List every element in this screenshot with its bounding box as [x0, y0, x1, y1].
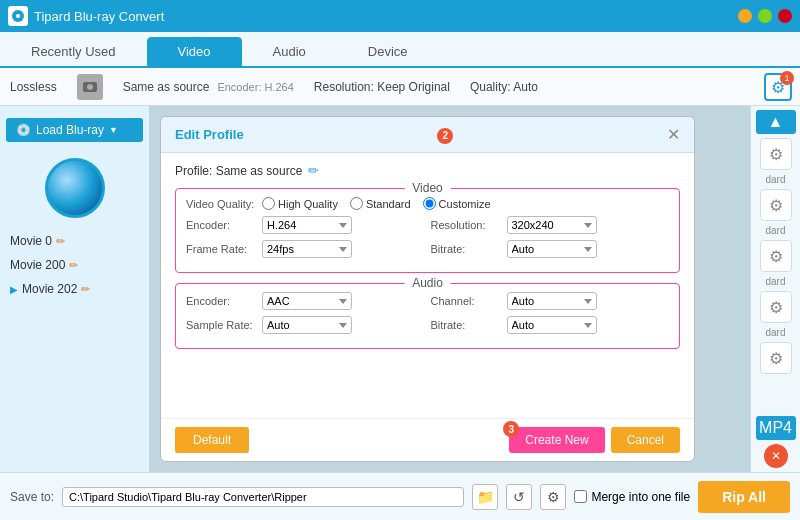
samplerate-bitrate-row: Sample Rate: Auto Bitrate: Auto — [186, 316, 669, 334]
path-settings-button[interactable]: ⚙ — [540, 484, 566, 510]
gear-icon-2: ⚙ — [769, 196, 783, 215]
save-to-label: Save to: — [10, 490, 54, 504]
step-badge-2: 2 — [437, 128, 453, 144]
video-section-legend: Video — [404, 181, 450, 195]
bitrate-select-v[interactable]: Auto — [507, 240, 597, 258]
resolution-label: Resolution: Keep Original — [314, 80, 450, 94]
audio-encoder-label: Encoder: — [186, 295, 256, 307]
center-content: Edit Profile 2 ✕ Profile: Same as source… — [150, 106, 750, 472]
movie-item-200[interactable]: Movie 200 ✏ — [0, 254, 149, 276]
resolution-select[interactable]: 320x240 — [507, 216, 597, 234]
merge-checkbox-label[interactable]: Merge into one file — [574, 490, 690, 504]
std-label-4: dard — [765, 327, 785, 338]
channel-select[interactable]: Auto — [507, 292, 597, 310]
create-new-button[interactable]: Create New — [509, 427, 604, 453]
radio-standard-input[interactable] — [350, 197, 363, 210]
lossless-item[interactable]: Lossless — [10, 80, 57, 94]
bitrate-select-a[interactable]: Auto — [507, 316, 597, 334]
movie-item-202[interactable]: ▶ Movie 202 ✏ — [0, 278, 149, 300]
close-right-btn[interactable]: ✕ — [764, 444, 788, 468]
bottom-bar: Save to: 📁 ↺ ⚙ Merge into one file Rip A… — [0, 472, 800, 520]
title-bar: Tipard Blu-ray Convert — [0, 0, 800, 32]
encoder-resolution-row: Encoder: H.264 Resolution: 320x240 — [186, 216, 669, 234]
channel-label: Channel: — [431, 295, 501, 307]
save-path-input[interactable] — [62, 487, 464, 507]
video-section-box: Video Video Quality: High Quality Standa… — [175, 188, 680, 273]
right-gear-panel: ▲ ⚙ dard ⚙ dard ⚙ dard ⚙ dard ⚙ MP4 ✕ — [750, 106, 800, 472]
gear-icon-1: ⚙ — [769, 145, 783, 164]
audio-encoder-select[interactable]: AAC — [262, 292, 352, 310]
gear-button-top[interactable]: ⚙ 1 — [764, 73, 792, 101]
encoding-bar: Lossless Same as source Encoder: H.264 R… — [0, 68, 800, 106]
std-label-3: dard — [765, 276, 785, 287]
bitrate-label-a: Bitrate: — [431, 319, 501, 331]
radio-high-quality[interactable]: High Quality — [262, 197, 338, 210]
modal-body: Profile: Same as source ✏ Video Video Qu… — [161, 153, 694, 418]
movie-0-label: Movie 0 — [10, 234, 52, 248]
radio-standard-label: Standard — [366, 198, 411, 210]
movie-200-edit-icon[interactable]: ✏ — [69, 259, 78, 272]
movie-202-label: Movie 202 — [22, 282, 77, 296]
video-quality-radio-group: High Quality Standard Customize — [262, 197, 491, 210]
quality-item: Quality: Auto — [470, 80, 538, 94]
movie-202-edit-icon[interactable]: ✏ — [81, 283, 90, 296]
profile-edit-icon[interactable]: ✏ — [308, 163, 319, 178]
maximize-button[interactable] — [758, 9, 772, 23]
disc-icon-small: 💿 — [16, 123, 31, 137]
default-button[interactable]: Default — [175, 427, 249, 453]
framerate-select[interactable]: 24fps — [262, 240, 352, 258]
movie-item-0[interactable]: Movie 0 ✏ — [0, 230, 149, 252]
window-controls — [738, 9, 792, 23]
movie-200-label: Movie 200 — [10, 258, 65, 272]
radio-standard[interactable]: Standard — [350, 197, 411, 210]
video-quality-row: Video Quality: High Quality Standard — [186, 197, 669, 210]
left-panel: 💿 Load Blu-ray ▼ Movie 0 ✏ Movie 200 ✏ ▶… — [0, 106, 150, 472]
merge-checkbox-input[interactable] — [574, 490, 587, 503]
encoder-col: Encoder: H.264 — [186, 216, 425, 234]
modal-action-buttons: Create New 3 Cancel — [509, 427, 680, 453]
radio-high-quality-input[interactable] — [262, 197, 275, 210]
framerate-bitrate-row: Frame Rate: 24fps Bitrate: Auto — [186, 240, 669, 258]
gear-btn-3[interactable]: ⚙ — [760, 240, 792, 272]
right-arrow-up[interactable]: ▲ — [756, 110, 796, 134]
gear-btn-5[interactable]: ⚙ — [760, 342, 792, 374]
modal-header: Edit Profile 2 ✕ — [161, 117, 694, 153]
gear-btn-4[interactable]: ⚙ — [760, 291, 792, 323]
resolution-col: Resolution: 320x240 — [431, 216, 670, 234]
movie-0-edit-icon[interactable]: ✏ — [56, 235, 65, 248]
tab-device[interactable]: Device — [337, 37, 439, 66]
samplerate-label: Sample Rate: — [186, 319, 256, 331]
refresh-button[interactable]: ↺ — [506, 484, 532, 510]
framerate-col: Frame Rate: 24fps — [186, 240, 425, 258]
encoder-select[interactable]: H.264 — [262, 216, 352, 234]
samplerate-select[interactable]: Auto — [262, 316, 352, 334]
folder-button[interactable]: 📁 — [472, 484, 498, 510]
profile-label: Profile: Same as source ✏ — [175, 163, 680, 178]
svg-point-1 — [16, 14, 20, 18]
load-bluray-label: Load Blu-ray — [36, 123, 104, 137]
radio-customize-input[interactable] — [423, 197, 436, 210]
close-window-button[interactable] — [778, 9, 792, 23]
modal-close-button[interactable]: ✕ — [667, 125, 680, 144]
svg-point-3 — [87, 84, 93, 90]
tab-recently-used[interactable]: Recently Used — [0, 37, 147, 66]
bitrate-col-a: Bitrate: Auto — [431, 316, 670, 334]
radio-customize[interactable]: Customize — [423, 197, 491, 210]
gear-icon-4: ⚙ — [769, 298, 783, 317]
minimize-button[interactable] — [738, 9, 752, 23]
tab-video[interactable]: Video — [147, 37, 242, 66]
resolution-item: Resolution: Keep Original — [314, 80, 450, 94]
gear-btn-2[interactable]: ⚙ — [760, 189, 792, 221]
app-title: Tipard Blu-ray Convert — [34, 9, 164, 24]
cancel-button[interactable]: Cancel — [611, 427, 680, 453]
rip-all-button[interactable]: Rip All — [698, 481, 790, 513]
resolution-label-v: Resolution: — [431, 219, 501, 231]
bitrate-col-v: Bitrate: Auto — [431, 240, 670, 258]
load-bluray-button[interactable]: 💿 Load Blu-ray ▼ — [6, 118, 143, 142]
edit-profile-modal: Edit Profile 2 ✕ Profile: Same as source… — [160, 116, 695, 462]
tab-audio[interactable]: Audio — [242, 37, 337, 66]
mp4-badge: MP4 — [756, 416, 796, 440]
bitrate-label-v: Bitrate: — [431, 243, 501, 255]
gear-icon-5: ⚙ — [769, 349, 783, 368]
gear-btn-1[interactable]: ⚙ — [760, 138, 792, 170]
